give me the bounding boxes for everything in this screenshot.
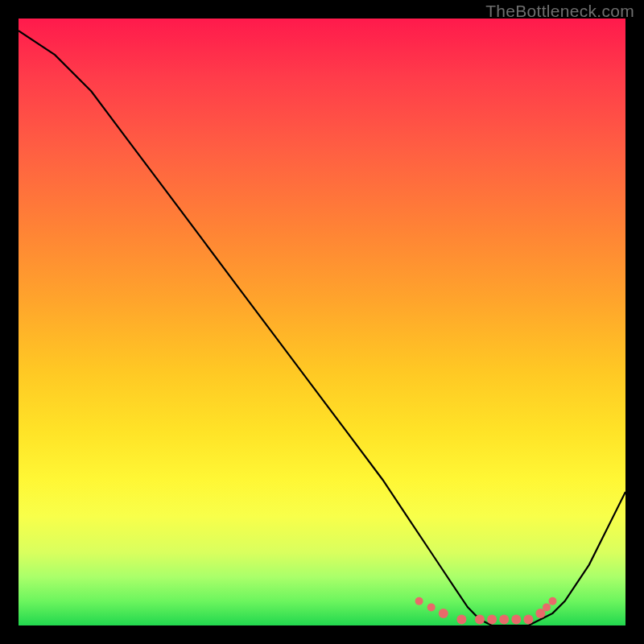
chart-frame: TheBottleneck.com	[0, 0, 644, 644]
watermark-text: TheBottleneck.com	[485, 2, 634, 21]
gradient-plot-area	[19, 19, 625, 625]
